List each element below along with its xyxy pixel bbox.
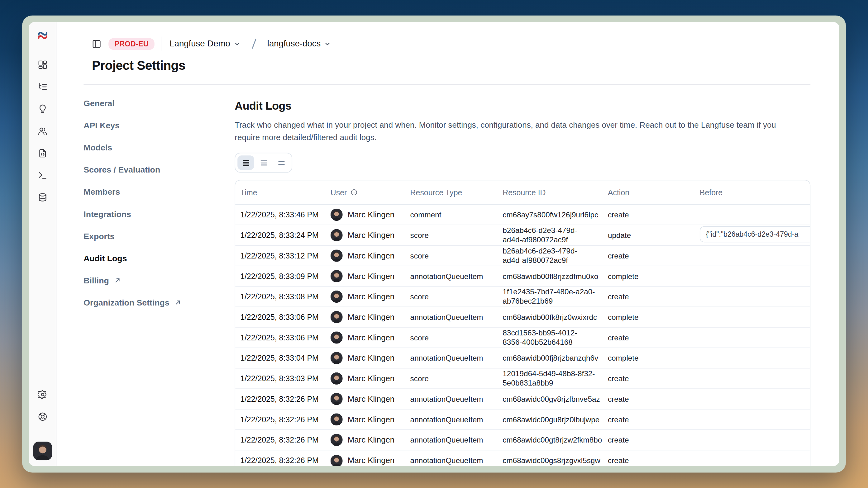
langfuse-logo-icon[interactable] [37, 30, 48, 41]
cell-time: 1/22/2025, 8:32:26 PM [235, 435, 326, 445]
user-avatar-icon [331, 413, 343, 425]
cell-resource-id: cm68awidc00gt8rjzw2fkm8bo [498, 435, 603, 445]
table-row: 1/22/2025, 8:33:24 PM Marc Klingen score… [235, 225, 810, 246]
row-height-large-button[interactable] [273, 155, 289, 170]
page-header: PROD-EU Langfuse Demo langfuse-docs Proj… [84, 22, 810, 73]
audit-logs-section: Audit Logs Track who changed what in you… [235, 85, 810, 466]
settings-nav-item-audit-logs[interactable]: Audit Logs [84, 247, 235, 269]
column-header-time: Time [235, 188, 326, 196]
breadcrumb: PROD-EU Langfuse Demo langfuse-docs [92, 36, 810, 51]
support-lifebuoy-icon[interactable] [37, 412, 48, 422]
panel-left-icon[interactable] [92, 39, 101, 48]
cell-user: Marc Klingen [326, 331, 405, 344]
main-area: PROD-EU Langfuse Demo langfuse-docs Proj… [56, 22, 839, 466]
table-row: 1/22/2025, 8:32:26 PM Marc Klingen annot… [235, 430, 810, 451]
cell-resource-type: score [405, 292, 498, 301]
users-icon[interactable] [37, 126, 48, 136]
settings-nav-item-exports[interactable]: Exports [84, 225, 235, 247]
desktop-background: PROD-EU Langfuse Demo langfuse-docs Proj… [0, 0, 868, 488]
cell-action: create [603, 333, 695, 342]
settings-nav-item-general[interactable]: General [84, 92, 235, 114]
cell-before: {"id":"b26ab4c6-d2e3-479d-a [695, 226, 810, 245]
section-description: Track who changed what in your project a… [235, 120, 788, 143]
table-row: 1/22/2025, 8:33:06 PM Marc Klingen score… [235, 328, 810, 348]
database-icon[interactable] [37, 192, 48, 202]
cell-resource-type: score [405, 333, 498, 342]
user-avatar-icon [331, 311, 343, 323]
cell-time: 1/22/2025, 8:33:06 PM [235, 333, 326, 342]
cell-resource-id: b26ab4c6-d2e3-479d-ad4d-af980072ac9f [498, 226, 603, 245]
user-avatar-icon [331, 434, 343, 446]
user-name: Marc Klingen [348, 312, 395, 322]
cell-user: Marc Klingen [326, 250, 405, 262]
settings-gear-icon[interactable] [37, 390, 48, 399]
settings-nav: GeneralAPI KeysModelsScores / Evaluation… [84, 85, 235, 313]
user-avatar[interactable] [33, 442, 52, 460]
rows-dense-icon [242, 159, 250, 167]
cell-action: create [603, 435, 695, 445]
cell-resource-id: cm68awidc00gs8rjzgvxl5sgw [498, 456, 603, 465]
cell-time: 1/22/2025, 8:32:26 PM [235, 394, 326, 403]
playground-terminal-icon[interactable] [37, 170, 48, 180]
cell-action: complete [603, 312, 695, 322]
cell-user: Marc Klingen [326, 209, 405, 221]
cell-user: Marc Klingen [326, 393, 405, 405]
cell-action: complete [603, 353, 695, 362]
user-avatar-icon [331, 209, 343, 221]
column-header-action: Action [603, 188, 695, 196]
cell-user: Marc Klingen [326, 270, 405, 282]
user-avatar-icon [331, 455, 343, 466]
user-avatar-icon [331, 291, 343, 303]
tracing-tree-icon[interactable] [37, 82, 48, 92]
settings-nav-item-api-keys[interactable]: API Keys [84, 114, 235, 136]
table-row: 1/22/2025, 8:33:08 PM Marc Klingen score… [235, 287, 810, 307]
settings-nav-item-organization-settings[interactable]: Organization Settings [84, 291, 235, 313]
external-link-icon [114, 276, 121, 284]
org-selector[interactable]: Langfuse Demo [169, 39, 241, 48]
cell-user: Marc Klingen [326, 413, 405, 425]
datasets-file-icon[interactable] [37, 148, 48, 158]
user-name: Marc Klingen [348, 230, 395, 240]
cell-user: Marc Klingen [326, 434, 405, 446]
cell-action: create [603, 374, 695, 383]
user-avatar-icon [331, 331, 343, 344]
table-row: 1/22/2025, 8:32:26 PM Marc Klingen annot… [235, 410, 810, 430]
cell-time: 1/22/2025, 8:33:06 PM [235, 312, 326, 322]
settings-nav-item-billing[interactable]: Billing [84, 269, 235, 291]
user-name: Marc Klingen [348, 333, 395, 342]
project-selector[interactable]: langfuse-docs [267, 39, 331, 48]
rows-sparse-icon [277, 159, 285, 167]
user-avatar-icon [331, 270, 343, 282]
user-name: Marc Klingen [348, 210, 395, 219]
row-height-medium-button[interactable] [255, 155, 272, 170]
cell-resource-id: 83cd1563-bb95-4012-8356-400b52b64168 [498, 328, 603, 347]
cell-action: create [603, 394, 695, 403]
page-title: Project Settings [92, 58, 810, 73]
dashboard-icon[interactable] [37, 60, 48, 70]
audit-table-card: Time User Resource Type Resource ID Acti… [235, 180, 810, 466]
external-link-icon [175, 299, 182, 306]
section-heading: Audit Logs [235, 100, 810, 112]
column-header-resource-id: Resource ID [498, 188, 603, 196]
user-name: Marc Klingen [348, 374, 395, 383]
cell-resource-type: annotationQueueItem [405, 435, 498, 445]
settings-nav-item-members[interactable]: Members [84, 180, 235, 202]
table-row: 1/22/2025, 8:33:46 PM Marc Klingen comme… [235, 205, 810, 225]
before-value-chip[interactable]: {"id":"b26ab4c6-d2e3-479d-a [700, 226, 810, 242]
table-row: 1/22/2025, 8:32:26 PM Marc Klingen annot… [235, 389, 810, 410]
cell-resource-type: annotationQueueItem [405, 394, 498, 403]
settings-nav-item-integrations[interactable]: Integrations [84, 202, 235, 225]
settings-nav-item-models[interactable]: Models [84, 136, 235, 158]
settings-nav-item-scores-evaluation[interactable]: Scores / Evaluation [84, 158, 235, 180]
info-icon[interactable] [350, 189, 358, 196]
row-height-small-button[interactable] [238, 155, 254, 170]
cell-user: Marc Klingen [326, 352, 405, 364]
cell-resource-id: cm68awidc00gu8rjz0lbujwpe [498, 415, 603, 424]
cell-resource-type: annotationQueueItem [405, 415, 498, 424]
prompts-lightbulb-icon[interactable] [37, 104, 48, 114]
user-name: Marc Klingen [348, 415, 395, 424]
cell-resource-id: cm68awidb00fl8rjzzdfmu0xo [498, 271, 603, 281]
cell-action: create [603, 292, 695, 301]
cell-resource-id: cm68awidb00fj8rjzbanzqh6v [498, 353, 603, 362]
cell-time: 1/22/2025, 8:33:04 PM [235, 353, 326, 362]
